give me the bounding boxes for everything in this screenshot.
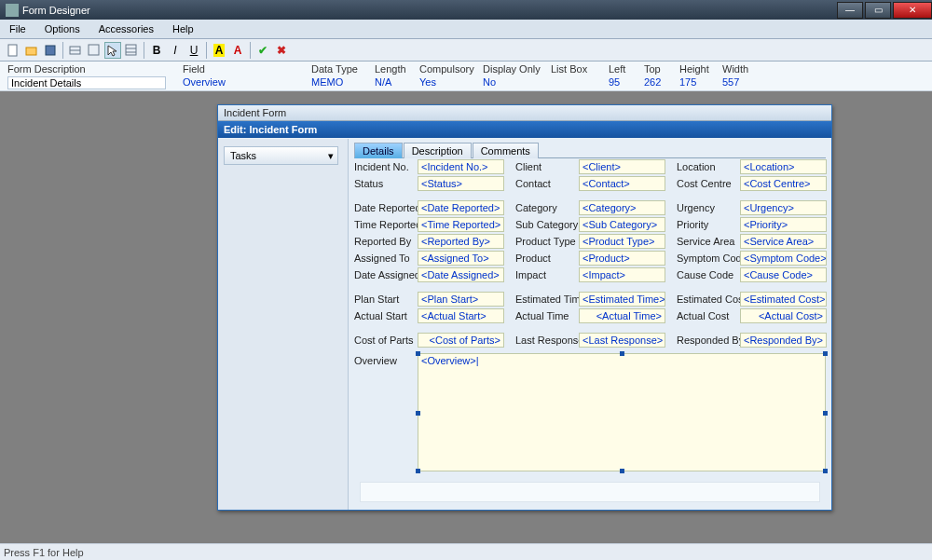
svg-rect-1 [26, 48, 36, 55]
select-icon[interactable] [104, 42, 121, 59]
datatype-val: MEMO [311, 76, 367, 89]
designer-canvas[interactable]: Incident Form Edit: Incident Form Tasks … [0, 91, 932, 543]
val-overview[interactable]: <Overview>| [418, 353, 826, 471]
val-costparts[interactable]: <Cost of Parts> [418, 333, 504, 348]
val-acttime[interactable]: <Actual Time> [579, 308, 665, 323]
val-actcost[interactable]: <Actual Cost> [740, 308, 827, 323]
val-planstart[interactable]: <Plan Start> [418, 292, 504, 307]
form-desc-val[interactable]: Incident Details [7, 76, 166, 89]
svg-rect-6 [126, 45, 136, 55]
layout-icon[interactable] [86, 42, 103, 59]
val-timereported[interactable]: <Time Reported> [418, 217, 504, 232]
save-icon[interactable] [42, 42, 59, 59]
val-incidentno[interactable]: <Incident No.> [418, 159, 504, 174]
maximize-button[interactable]: ▭ [865, 2, 891, 19]
lbl-esttime: Estimated Time [515, 292, 579, 307]
val-contact[interactable]: <Contact> [579, 176, 665, 191]
height-hdr: Height [679, 63, 715, 76]
resize-handle[interactable] [416, 411, 420, 416]
bottom-strip [360, 482, 820, 502]
form-title: Edit: Incident Form [218, 121, 831, 138]
resize-handle[interactable] [416, 351, 420, 356]
close-button[interactable]: ✕ [893, 2, 932, 19]
menu-file[interactable]: File [0, 20, 35, 39]
lbl-category: Category [515, 200, 579, 215]
lbl-causecode: Cause Code [677, 267, 740, 282]
val-causecode[interactable]: <Cause Code> [740, 267, 827, 282]
menu-accessories[interactable]: Accessories [89, 20, 163, 39]
lbl-producttype: Product Type [515, 234, 579, 249]
val-priority[interactable]: <Priority> [740, 217, 827, 232]
form-window[interactable]: Incident Form Edit: Incident Form Tasks … [217, 104, 832, 511]
listbox-hdr: List Box [551, 63, 601, 76]
val-datereported[interactable]: <Date Reported> [418, 200, 504, 215]
bold-icon[interactable]: B [148, 42, 165, 59]
val-product[interactable]: <Product> [579, 251, 665, 266]
insert-field-icon[interactable] [67, 42, 84, 59]
font-bgcolor-icon[interactable]: A [211, 42, 227, 59]
chevron-down-icon: ▾ [328, 147, 334, 164]
italic-icon[interactable]: I [167, 42, 184, 59]
val-assignedto[interactable]: <Assigned To> [418, 251, 504, 266]
resize-handle[interactable] [620, 469, 624, 473]
tab-comments[interactable]: Comments [473, 143, 539, 158]
lbl-subcategory: Sub Category [515, 217, 579, 232]
val-client[interactable]: <Client> [579, 159, 665, 174]
menu-help[interactable]: Help [163, 20, 203, 39]
field-hdr: Field [183, 63, 304, 76]
width-hdr: Width [722, 63, 758, 76]
lbl-respby: Responded By [677, 333, 740, 348]
val-dateassigned[interactable]: <Date Assigned> [418, 267, 504, 282]
resize-handle[interactable] [620, 351, 624, 356]
val-urgency[interactable]: <Urgency> [740, 200, 827, 215]
display-val: No [483, 76, 543, 89]
tasks-dropdown[interactable]: Tasks ▾ [224, 146, 338, 165]
val-costcentre[interactable]: <Cost Centre> [740, 176, 827, 191]
val-status[interactable]: <Status> [418, 176, 504, 191]
val-esttime[interactable]: <Estimated Time> [579, 292, 665, 307]
val-subcategory[interactable]: <Sub Category> [579, 217, 665, 232]
length-val: N/A [375, 76, 412, 89]
val-estcost[interactable]: <Estimated Cost> [740, 292, 827, 307]
lbl-location: Location [677, 159, 740, 174]
cancel-icon[interactable]: ✖ [273, 42, 290, 59]
val-symptomcode[interactable]: <Symptom Code> [740, 251, 827, 266]
field-val: Overview [183, 76, 304, 89]
new-icon[interactable] [5, 42, 21, 59]
accept-icon[interactable]: ✔ [254, 42, 271, 59]
tab-description[interactable]: Description [404, 143, 472, 158]
lbl-assignedto: Assigned To [354, 251, 418, 266]
open-icon[interactable] [23, 42, 40, 59]
compulsory-hdr: Compulsory [419, 63, 475, 76]
minimize-button[interactable]: — [837, 2, 863, 19]
tab-row: Details Description Comments [354, 143, 826, 158]
resize-handle[interactable] [823, 469, 828, 473]
infobar: Form Description Incident Details Field … [0, 61, 932, 91]
lbl-costparts: Cost of Parts [354, 333, 418, 348]
val-actualstart[interactable]: <Actual Start> [418, 308, 504, 323]
val-location[interactable]: <Location> [740, 159, 827, 174]
resize-handle[interactable] [416, 469, 420, 473]
resize-handle[interactable] [823, 351, 828, 356]
val-lastresp[interactable]: <Last Response> [579, 333, 665, 348]
lbl-servicearea: Service Area [677, 234, 740, 249]
font-color-icon[interactable]: A [229, 42, 246, 59]
val-servicearea[interactable]: <Service Area> [740, 234, 827, 249]
lbl-status: Status [354, 176, 418, 191]
val-producttype[interactable]: <Product Type> [579, 234, 665, 249]
underline-icon[interactable]: U [185, 42, 202, 59]
lbl-symptomcode: Symptom Code [677, 251, 740, 266]
top-hdr: Top [644, 63, 672, 76]
grid-icon[interactable] [123, 42, 140, 59]
val-impact[interactable]: <Impact> [579, 267, 665, 282]
right-pane: Details Description Comments Incident No… [349, 139, 831, 510]
val-respby[interactable]: <Responded By> [740, 333, 827, 348]
svg-rect-0 [8, 45, 17, 56]
resize-handle[interactable] [823, 411, 828, 416]
display-hdr: Display Only [483, 63, 543, 76]
val-category[interactable]: <Category> [579, 200, 665, 215]
tab-details[interactable]: Details [354, 143, 403, 158]
menu-options[interactable]: Options [35, 20, 89, 39]
lbl-contact: Contact [515, 176, 579, 191]
val-reportedby[interactable]: <Reported By> [418, 234, 504, 249]
